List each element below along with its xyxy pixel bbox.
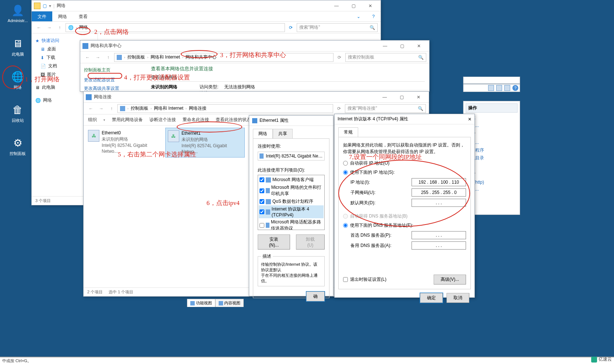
qat-icon[interactable]: ▢: [43, 3, 47, 8]
tab-general[interactable]: 常规: [338, 127, 358, 137]
radio-use-dns[interactable]: 使用下面的 DNS 服务器地址(E):: [343, 222, 466, 229]
view-tab-gong[interactable]: 功能视图: [187, 299, 215, 307]
forward-button[interactable]: →: [93, 53, 102, 62]
cancel-button[interactable]: 取消: [447, 293, 469, 303]
install-button[interactable]: 安装(N)...: [258, 234, 290, 250]
radio-auto-ip[interactable]: 自动获得 IP 地址(O): [343, 160, 466, 166]
menu-network[interactable]: 网络: [52, 11, 73, 21]
maximize-button[interactable]: ▢: [394, 92, 410, 102]
iis-tool-icon[interactable]: [496, 85, 502, 91]
chk[interactable]: [260, 188, 264, 193]
titlebar[interactable]: 网络连接 ― ▢ ✕: [84, 92, 429, 103]
iis-tool-icon[interactable]: [488, 85, 494, 91]
help-icon[interactable]: ?: [512, 85, 518, 91]
desktop-icon-network[interactable]: 网络: [4, 70, 31, 90]
desc-label: 描述: [261, 253, 273, 259]
label: 下载: [46, 54, 55, 61]
crumb[interactable]: 控制面板: [131, 105, 148, 112]
view-tab-nei[interactable]: 内容视图: [215, 299, 244, 307]
label: 网络: [14, 85, 22, 89]
tab-share[interactable]: 共享: [273, 129, 293, 138]
crumb[interactable]: 网络连接: [189, 105, 207, 112]
back-button[interactable]: ←: [87, 104, 95, 113]
back-button[interactable]: ←: [83, 53, 92, 62]
expand-ribbon-button[interactable]: ⌄: [351, 11, 366, 21]
dialog-titlebar[interactable]: Internet 协议版本 4 (TCP/IPv4) 属性 ✕: [335, 114, 474, 124]
crumb[interactable]: 网络: [79, 24, 88, 31]
link-adapter-settings[interactable]: 更改适配器设置: [84, 77, 143, 83]
toolbar-disable[interactable]: 禁用此网络设备: [112, 117, 143, 123]
close-button[interactable]: ✕: [411, 41, 427, 51]
component-list[interactable]: Microsoft 网络客户端 Microsoft 网络的文件和打印机共享 Qo…: [258, 175, 325, 230]
adapter-eth1[interactable]: 🖧 Ethernet1 未识别的网络 Intel(R) 82574L Gigab…: [165, 128, 245, 158]
titlebar[interactable]: ▢ ▾ | 网络 ― ▢ ✕: [32, 0, 381, 11]
minimize-button[interactable]: ―: [328, 1, 345, 11]
mask-input[interactable]: 255 . 255 . 255 . 0: [412, 188, 466, 197]
chk[interactable]: [260, 223, 264, 228]
desktop-icon-thispc[interactable]: 此电脑: [4, 37, 31, 57]
toolbar-rename[interactable]: 重命名此连接: [183, 117, 209, 123]
ok-button-partial[interactable]: 确: [306, 291, 325, 301]
star-icon: [35, 38, 39, 43]
folder-icon: [34, 3, 40, 9]
download-icon: [40, 55, 44, 60]
up-button[interactable]: ↑: [104, 53, 113, 62]
forward-button[interactable]: →: [97, 104, 106, 113]
link-advshare[interactable]: 更改高级共享设置: [84, 85, 143, 92]
toolbar-organize[interactable]: 组织: [88, 117, 97, 123]
refresh-button[interactable]: ⟳: [335, 53, 344, 62]
advanced-button[interactable]: 高级(V)...: [434, 275, 466, 285]
crumb[interactable]: 网络和共享中心: [186, 54, 216, 60]
desktop-icon-recycle[interactable]: 回收站: [4, 103, 31, 123]
tab-network[interactable]: 网络: [253, 129, 273, 138]
radio-use-ip[interactable]: 使用下面的 IP 地址(S):: [343, 169, 466, 176]
breadcrumb[interactable]: ›控制面板 ›网络和 Internet ›网络连接: [117, 104, 333, 113]
maximize-button[interactable]: ▢: [345, 1, 361, 11]
toolbar-diagnose[interactable]: 诊断这个连接: [149, 117, 176, 123]
help-icon[interactable]: ?: [366, 11, 381, 21]
gw-input[interactable]: . . .: [412, 199, 466, 207]
search-input[interactable]: 搜索"网络"🔍: [297, 23, 378, 32]
up-button[interactable]: ↑: [107, 104, 116, 113]
placeholder: 搜索"网络连接": [347, 105, 377, 112]
refresh-button[interactable]: ⟳: [286, 23, 295, 32]
crumb[interactable]: 网络和 Internet: [151, 54, 180, 60]
up-button[interactable]: ↑: [55, 23, 64, 32]
breadcrumb[interactable]: ›控制面板 ›网络和 Internet ›网络和共享中心: [114, 53, 334, 62]
ok-button[interactable]: 确定: [420, 293, 443, 303]
crumb[interactable]: 控制面板: [127, 54, 145, 60]
adapter-name: Ethernet1: [181, 130, 242, 137]
dialog-titlebar[interactable]: Ethernet1 属性: [249, 116, 333, 126]
titlebar[interactable]: 网络和共享中心 ― ▢ ✕: [80, 40, 429, 52]
menu-file[interactable]: 文件: [32, 11, 52, 21]
pdns-input[interactable]: . . .: [412, 231, 466, 239]
close-button[interactable]: ✕: [468, 117, 472, 122]
qat-icon[interactable]: ▾: [49, 3, 51, 8]
close-button[interactable]: ✕: [410, 92, 427, 102]
ip-input[interactable]: 192 . 168 . 100 . 110: [412, 178, 466, 186]
chk[interactable]: [260, 209, 264, 214]
adapter-eth0[interactable]: 🖧 Ethernet0 未识别的网络 Intel(R) 82574L Gigab…: [86, 128, 165, 158]
desktop-icon-controlpanel[interactable]: 控制面板: [4, 136, 31, 156]
search-input[interactable]: 搜索控制面板🔍: [345, 53, 426, 62]
maximize-button[interactable]: ▢: [394, 41, 410, 51]
search-input[interactable]: 搜索"网络连接"🔍: [345, 104, 426, 113]
chk[interactable]: [260, 177, 264, 182]
close-button[interactable]: ✕: [362, 1, 378, 11]
iis-tool-icon[interactable]: [504, 85, 510, 91]
desktop-icon-admin[interactable]: Administr...: [4, 4, 31, 23]
crumb[interactable]: 网络和 Internet: [154, 105, 183, 112]
adns-input[interactable]: . . .: [412, 241, 466, 250]
chk-validate[interactable]: 退出时验证设置(L): [343, 276, 387, 283]
radio-auto-dns: 自动获得 DNS 服务器地址(B): [343, 213, 466, 219]
back-button[interactable]: ←: [35, 23, 43, 32]
minimize-button[interactable]: ―: [377, 92, 393, 102]
refresh-button[interactable]: ⟳: [335, 104, 343, 113]
toolbar-status[interactable]: 查看此连接的状态: [216, 117, 251, 123]
minimize-button[interactable]: ―: [377, 41, 393, 51]
breadcrumb[interactable]: › 网络: [66, 23, 285, 32]
chk[interactable]: [260, 199, 264, 204]
menu-view[interactable]: 查看: [73, 11, 93, 21]
forward-button[interactable]: →: [45, 23, 54, 32]
component-ipv4[interactable]: Internet 协议版本 4 (TCP/IPv4): [272, 206, 323, 218]
